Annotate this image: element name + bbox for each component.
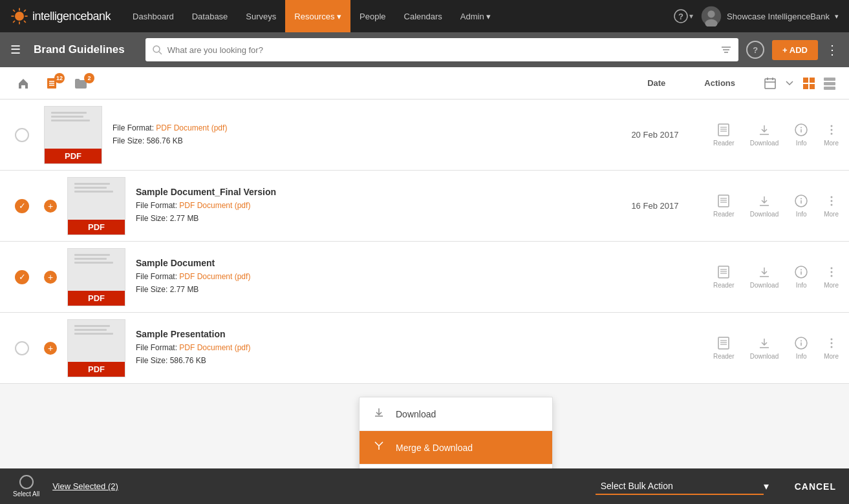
table-row: + PDF Sample Document_Final Version File…	[0, 171, 849, 242]
svg-rect-33	[824, 87, 835, 90]
bulk-select-wrapper: Select Bulk Action Download Merge & Down…	[596, 478, 769, 495]
add-button[interactable]: + ADD	[772, 40, 818, 60]
file-2-date: 16 Feb 2017	[610, 201, 700, 211]
kebab-menu-button[interactable]: ⋮	[826, 42, 839, 58]
nav-database[interactable]: Database	[183, 0, 237, 32]
file-2-info-button[interactable]: Info	[794, 194, 808, 218]
file-1-info-label: Info	[796, 140, 807, 147]
file-4-format-value: PDF Document (pdf)	[179, 343, 250, 352]
nav-admin[interactable]: Admin ▾	[451, 0, 500, 32]
file-4-download-button[interactable]: Download	[750, 336, 779, 360]
date-column-header: Date	[647, 78, 665, 88]
file-2-info: Sample Document_Final Version File Forma…	[136, 187, 610, 224]
dropdown-download-label: Download	[396, 409, 436, 419]
file-1-reader-button[interactable]: Reader	[713, 123, 735, 147]
view-selected-link[interactable]: View Selected (2)	[52, 481, 118, 491]
file-3-thumbnail: PDF	[67, 248, 125, 306]
grid-view-button[interactable]	[821, 74, 839, 92]
folders-tab-badge: 2	[84, 73, 94, 83]
filter-icon[interactable]	[720, 44, 732, 56]
folders-tab[interactable]: 2	[67, 73, 94, 94]
file-4-plus-button[interactable]: +	[44, 342, 57, 355]
select-all-circle[interactable]	[19, 475, 34, 489]
user-area[interactable]: Showcase IntelligenceBank ▾	[701, 6, 839, 26]
bulk-action-select[interactable]: Select Bulk Action Download Merge & Down…	[596, 478, 764, 495]
select-all-area[interactable]: Select All	[13, 475, 39, 498]
svg-text:?: ?	[678, 12, 683, 21]
search-input[interactable]	[167, 45, 715, 55]
svg-rect-45	[718, 195, 729, 207]
dropdown-view-button[interactable]	[782, 76, 797, 91]
svg-rect-31	[824, 78, 835, 81]
svg-rect-29	[803, 84, 808, 89]
svg-rect-27	[803, 78, 808, 83]
nav-people[interactable]: People	[350, 0, 394, 32]
list-view-button[interactable]	[800, 74, 818, 92]
svg-point-52	[801, 198, 802, 200]
svg-point-76	[830, 342, 832, 344]
download-icon	[372, 406, 385, 421]
dropdown-download-item[interactable]: Download	[360, 397, 552, 431]
help-circle-button[interactable]: ?	[746, 41, 764, 59]
home-tab[interactable]	[10, 73, 36, 94]
svg-rect-32	[824, 82, 835, 85]
svg-point-41	[801, 127, 802, 129]
file-1-checkbox[interactable]	[15, 128, 29, 142]
file-2-download-button[interactable]: Download	[750, 194, 779, 218]
file-2-more-button[interactable]: More	[824, 194, 839, 218]
file-4-actions: Reader Download Info	[713, 336, 839, 360]
nav-surveys[interactable]: Surveys	[237, 0, 285, 32]
nav-resources[interactable]: Resources ▾	[285, 0, 350, 32]
svg-point-0	[15, 12, 24, 21]
search-bar	[145, 38, 738, 61]
table-row: + PDF Sample Document File Format: PDF D…	[0, 242, 849, 313]
top-nav: intelligencebank Dashboard Database Surv…	[0, 0, 849, 32]
file-2-plus-button[interactable]: +	[44, 200, 57, 213]
file-3-download-button[interactable]: Download	[750, 265, 779, 289]
file-2-checkbox[interactable]	[15, 199, 29, 213]
svg-rect-23	[765, 79, 775, 89]
nav-dashboard[interactable]: Dashboard	[124, 0, 183, 32]
file-1-download-button[interactable]: Download	[750, 123, 779, 147]
file-3-more-button[interactable]: More	[824, 265, 839, 289]
file-1-more-button[interactable]: More	[824, 123, 839, 147]
file-3-info-button[interactable]: Info	[794, 265, 808, 289]
logo-text: intelligencebank	[32, 10, 111, 23]
sub-toolbar: 12 2 Date Actions	[0, 67, 849, 100]
file-4-checkbox[interactable]	[15, 341, 29, 355]
bulk-action-dropdown: Download Merge & Download Bulk Apply Cha…	[359, 397, 553, 468]
hamburger-icon[interactable]: ☰	[10, 43, 21, 57]
svg-point-74	[801, 341, 802, 342]
select-all-label: Select All	[13, 490, 39, 498]
file-3-checkbox[interactable]	[15, 270, 29, 284]
user-avatar-icon	[701, 6, 722, 26]
file-1-actions: Reader Download Info	[713, 123, 839, 147]
files-tab[interactable]: 12	[39, 73, 65, 94]
file-4-more-button[interactable]: More	[824, 336, 839, 360]
svg-rect-28	[810, 78, 815, 83]
table-row: + PDF Sample Presentation File Format: P…	[0, 313, 849, 384]
file-4-name: Sample Presentation	[136, 329, 610, 339]
file-1-format-value: PDF Document (pdf)	[156, 123, 227, 132]
nav-calendars[interactable]: Calendars	[395, 0, 451, 32]
file-4-info: Sample Presentation File Format: PDF Doc…	[136, 329, 610, 366]
file-1-format-label: File Format:	[113, 123, 156, 132]
dropdown-merge-download-item[interactable]: Merge & Download	[360, 431, 552, 465]
file-3-name: Sample Document	[136, 258, 610, 268]
file-4-thumbnail: PDF	[67, 319, 125, 377]
svg-point-63	[801, 269, 802, 271]
file-2-reader-button[interactable]: Reader	[713, 194, 735, 218]
svg-line-6	[24, 21, 26, 23]
svg-line-15	[159, 52, 162, 54]
calendar-view-button[interactable]	[761, 74, 779, 92]
file-4-reader-button[interactable]: Reader	[713, 336, 735, 360]
bottom-bar: Select All View Selected (2) Select Bulk…	[0, 468, 849, 504]
file-4-info-button[interactable]: Info	[794, 336, 808, 360]
file-3-reader-button[interactable]: Reader	[713, 265, 735, 289]
file-1-date: 20 Feb 2017	[610, 130, 700, 140]
file-1-info-button[interactable]: Info	[794, 123, 808, 147]
file-3-format-label: File Format:	[136, 272, 179, 281]
file-3-plus-button[interactable]: +	[44, 271, 57, 284]
cancel-button[interactable]: CANCEL	[795, 481, 836, 492]
help-button[interactable]: ? ▾	[674, 9, 693, 23]
